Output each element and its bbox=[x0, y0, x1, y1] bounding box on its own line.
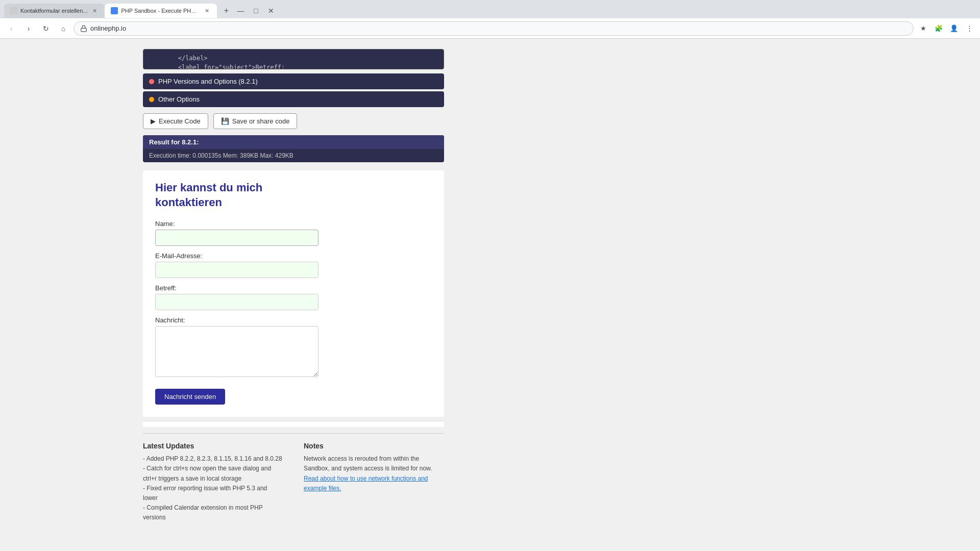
php-versions-dot bbox=[149, 79, 154, 84]
execute-code-button[interactable]: ▶ Execute Code bbox=[143, 113, 208, 129]
back-button[interactable]: ‹ bbox=[4, 21, 18, 36]
forward-button[interactable]: › bbox=[21, 21, 36, 36]
extensions-icon[interactable]: 🧩 bbox=[932, 22, 945, 35]
php-versions-label: PHP Versions and Options (8.2.1) bbox=[158, 78, 258, 85]
home-button[interactable]: ⌂ bbox=[56, 21, 70, 36]
tab2-close[interactable]: ✕ bbox=[203, 7, 211, 15]
message-label: Nachricht: bbox=[155, 316, 432, 324]
browser-titlebar: Kontaktformular erstellen... ✕ PHP Sandb… bbox=[0, 0, 980, 18]
update-item-1: - Added PHP 8.2.2, 8.2.3, 8.1.15, 8.1.16… bbox=[143, 454, 283, 464]
bookmark-icon[interactable]: ★ bbox=[917, 22, 930, 35]
notes-text: Network access is rerouted from within t… bbox=[304, 454, 444, 493]
update-item-3: - Fixed error reporting issue with PHP 5… bbox=[143, 484, 283, 503]
save-icon: 💾 bbox=[221, 117, 229, 125]
tab2-favicon bbox=[111, 7, 118, 14]
notes-col: Notes Network access is rerouted from wi… bbox=[304, 442, 444, 522]
other-options-label: Other Options bbox=[158, 95, 200, 103]
subject-label: Betreff: bbox=[155, 284, 432, 292]
message-field-group: Nachricht: bbox=[155, 316, 432, 379]
save-share-label: Save or share code bbox=[232, 117, 290, 125]
notes-link[interactable]: Read about how to use network functions … bbox=[304, 475, 428, 492]
email-field-group: E-Mail-Adresse: bbox=[155, 252, 432, 278]
result-box: Result for 8.2.1: Execution time: 0.0001… bbox=[143, 135, 444, 162]
name-field-group: Name: bbox=[155, 220, 432, 246]
browser-tab-2[interactable]: PHP Sandbox - Execute PHP cod... ✕ bbox=[105, 4, 217, 18]
contact-title: Hier kannst du mich kontaktieren bbox=[155, 181, 432, 210]
subject-input[interactable] bbox=[155, 294, 318, 310]
message-textarea[interactable] bbox=[155, 326, 318, 377]
profile-icon[interactable]: 👤 bbox=[947, 22, 961, 35]
code-line2: <label for="subject">Betreff: bbox=[149, 63, 438, 69]
submit-button[interactable]: Nachricht senden bbox=[155, 389, 225, 405]
contact-form-output: Hier kannst du mich kontaktieren Name: E… bbox=[143, 170, 444, 417]
latest-updates-title: Latest Updates bbox=[143, 442, 283, 450]
tab1-title: Kontaktformular erstellen... bbox=[20, 8, 87, 14]
execute-label: Execute Code bbox=[159, 117, 201, 125]
email-input[interactable] bbox=[155, 262, 318, 278]
address-text: onlinephp.io bbox=[90, 24, 126, 32]
browser-toolbar: ‹ › ↻ ⌂ onlinephp.io ★ 🧩 👤 ⋮ bbox=[0, 18, 980, 39]
code-line1: </label> bbox=[149, 54, 438, 63]
bottom-sections: Latest Updates - Added PHP 8.2.2, 8.2.3,… bbox=[143, 433, 444, 522]
latest-updates-text: - Added PHP 8.2.2, 8.2.3, 8.1.15, 8.1.16… bbox=[143, 454, 283, 522]
name-input[interactable] bbox=[155, 230, 318, 246]
toolbar-icons: ★ 🧩 👤 ⋮ bbox=[917, 22, 976, 35]
svg-rect-0 bbox=[81, 28, 87, 31]
other-options-section[interactable]: Other Options bbox=[143, 91, 444, 107]
notes-title: Notes bbox=[304, 442, 444, 450]
latest-updates-col: Latest Updates - Added PHP 8.2.2, 8.2.3,… bbox=[143, 442, 283, 522]
menu-icon[interactable]: ⋮ bbox=[963, 22, 976, 35]
php-versions-section[interactable]: PHP Versions and Options (8.2.1) bbox=[143, 73, 444, 89]
update-item-2: - Catch for ctrl+s now open the save dia… bbox=[143, 464, 283, 483]
close-window-button[interactable]: ✕ bbox=[264, 4, 278, 18]
lock-icon bbox=[80, 25, 87, 32]
contact-title-line1: Hier kannst du mich bbox=[155, 181, 262, 194]
tab2-title: PHP Sandbox - Execute PHP cod... bbox=[121, 8, 200, 14]
submit-label: Nachricht senden bbox=[164, 393, 216, 400]
other-options-dot bbox=[149, 97, 154, 102]
result-body: Execution time: 0.000135s Mem: 389KB Max… bbox=[143, 149, 444, 162]
execute-icon: ▶ bbox=[151, 117, 156, 125]
php-versions-header[interactable]: PHP Versions and Options (8.2.1) bbox=[143, 73, 444, 89]
new-tab-button[interactable]: + bbox=[219, 4, 233, 18]
email-label: E-Mail-Adresse: bbox=[155, 252, 432, 260]
minimize-button[interactable]: — bbox=[233, 4, 248, 18]
result-header: Result for 8.2.1: bbox=[143, 135, 444, 149]
page-content: </label> <label for="subject">Betreff: <… bbox=[0, 39, 980, 549]
tab1-favicon bbox=[10, 7, 17, 14]
reload-button[interactable]: ↻ bbox=[39, 21, 53, 36]
contact-title-line2: kontaktieren bbox=[155, 196, 222, 209]
name-label: Name: bbox=[155, 220, 432, 228]
address-bar[interactable]: onlinephp.io bbox=[74, 21, 914, 36]
subject-field-group: Betreff: bbox=[155, 284, 432, 310]
browser-tab-1[interactable]: Kontaktformular erstellen... ✕ bbox=[4, 4, 105, 18]
footer-bar bbox=[143, 421, 444, 427]
action-buttons: ▶ Execute Code 💾 Save or share code bbox=[143, 113, 444, 129]
browser-window: Kontaktformular erstellen... ✕ PHP Sandb… bbox=[0, 0, 980, 549]
code-snippet: </label> <label for="subject">Betreff: <… bbox=[143, 49, 444, 69]
tab1-close[interactable]: ✕ bbox=[90, 7, 99, 15]
update-item-4: - Compiled Calendar extension in most PH… bbox=[143, 503, 283, 522]
maximize-button[interactable]: □ bbox=[249, 4, 263, 18]
save-share-button[interactable]: 💾 Save or share code bbox=[213, 113, 298, 129]
other-options-header[interactable]: Other Options bbox=[143, 91, 444, 107]
tabs-bar: Kontaktformular erstellen... ✕ PHP Sandb… bbox=[0, 4, 286, 18]
